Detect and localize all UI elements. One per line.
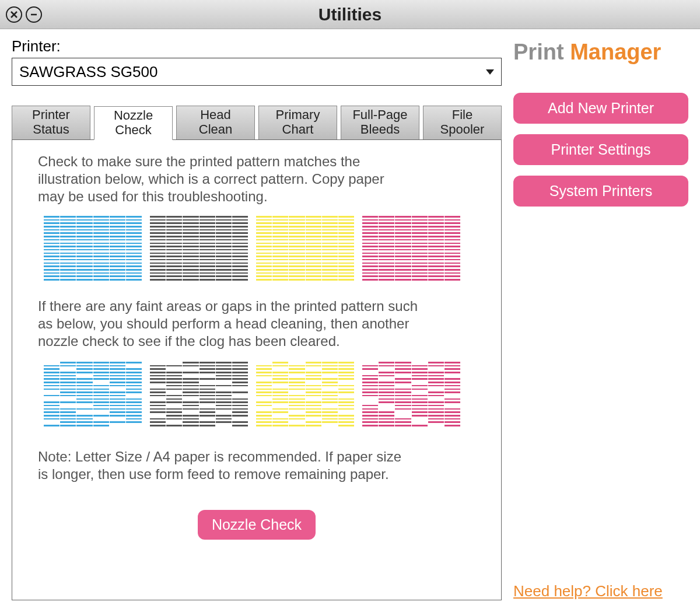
pattern-swatch-magenta-bad: [362, 362, 460, 432]
printer-select[interactable]: SAWGRASS SG500: [12, 58, 502, 86]
note-text: Note: Letter Size / A4 paper is recommen…: [38, 448, 411, 483]
tab-content-panel: Check to make sure the printed pattern m…: [12, 139, 502, 600]
instruction-text-2: If there are any faint areas or gaps in …: [38, 298, 435, 350]
close-window-button[interactable]: [6, 6, 22, 23]
pattern-swatch-magenta-good: [362, 216, 460, 286]
tab-full-page-bleeds[interactable]: Full-Page Bleeds: [341, 106, 419, 139]
tab-primary-chart[interactable]: Primary Chart: [258, 106, 337, 139]
help-link[interactable]: Need help? Click here: [513, 582, 663, 600]
printer-label: Printer:: [12, 37, 502, 55]
minimize-icon: [29, 10, 38, 19]
chevron-down-icon: [486, 69, 494, 75]
pattern-swatch-yellow-bad: [256, 362, 354, 432]
add-new-printer-button[interactable]: Add New Printer: [513, 93, 688, 124]
pattern-swatch-cyan-bad: [44, 362, 142, 432]
app-logo: Print Manager: [513, 40, 688, 65]
pattern-swatch-black-bad: [150, 362, 248, 432]
titlebar: Utilities: [0, 0, 700, 29]
window-title: Utilities: [0, 5, 700, 25]
system-printers-button[interactable]: System Printers: [513, 176, 688, 207]
pattern-swatch-cyan-good: [44, 216, 142, 286]
pattern-swatch-black-good: [150, 216, 248, 286]
good-pattern-row: [44, 216, 475, 286]
printer-settings-button[interactable]: Printer Settings: [513, 134, 688, 165]
close-icon: [9, 10, 19, 19]
instruction-text-1: Check to make sure the printed pattern m…: [38, 153, 411, 205]
minimize-window-button[interactable]: [26, 6, 42, 23]
tab-file-spooler[interactable]: File Spooler: [423, 106, 502, 139]
tab-printer-status[interactable]: Printer Status: [12, 106, 90, 139]
logo-word-1: Print: [513, 40, 564, 64]
tab-head-clean[interactable]: Head Clean: [176, 106, 255, 139]
logo-word-2: Manager: [570, 40, 661, 64]
pattern-swatch-yellow-good: [256, 216, 354, 286]
tab-nozzle-check[interactable]: Nozzle Check: [94, 106, 173, 140]
nozzle-check-button[interactable]: Nozzle Check: [198, 510, 316, 540]
tab-bar: Printer Status Nozzle Check Head Clean P…: [12, 106, 502, 139]
printer-selected-value: SAWGRASS SG500: [19, 63, 158, 81]
bad-pattern-row: [44, 362, 475, 432]
